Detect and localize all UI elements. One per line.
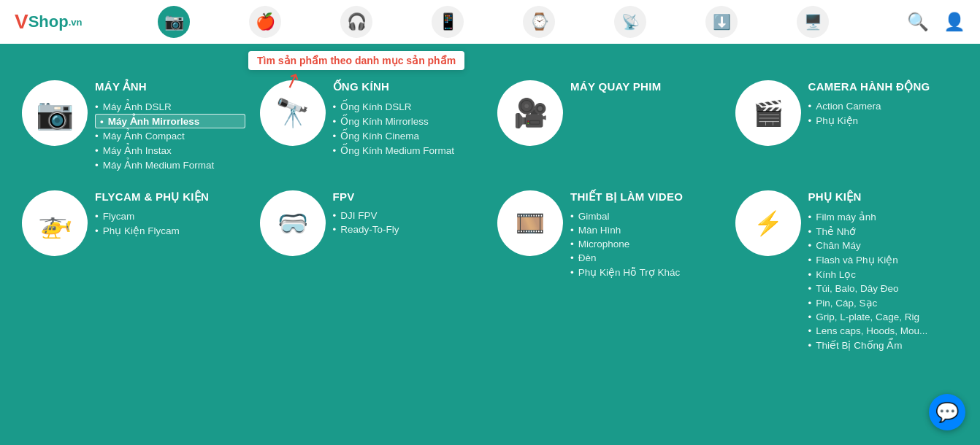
dropdown-area: Tìm sản phẩm theo danh mục sản phẩm ↙ 📷 … [0,44,980,445]
list-item[interactable]: Pin, Cáp, Sạc [808,295,959,310]
nav-item-download[interactable]: ⬇️ [694,2,749,42]
may-quay-image: 🎥 [497,80,563,146]
camera-hanh-dong-content: CAMERA HÀNH ĐỘNG Action Camera Phụ Kiện [808,80,959,128]
category-phu-kien: ⚡ PHỤ KIỆN Film máy ảnh Thẻ Nhớ Chân Máy… [735,190,959,352]
header: VShop.vn 📷 🍎 🎧 📱 ⌚ 📡 ⬇️ 🖥️ 🔍 👤 [0,0,980,44]
ong-kinh-content: ỐNG KÍNH Ống Kính DSLR Ống Kính Mirrorle… [333,80,483,158]
search-button[interactable]: 🔍 [907,12,929,32]
fpv-image: 🥽 [260,190,326,256]
ong-kinh-title: ỐNG KÍNH [333,80,483,93]
list-item[interactable]: Máy Ảnh Medium Format [95,158,245,172]
nav-item-watch[interactable]: ⌚ [512,2,566,42]
download-nav-icon: ⬇️ [705,6,738,38]
logo[interactable]: VShop.vn [15,10,82,34]
watch-nav-icon: ⌚ [523,6,555,38]
nav-item-headphone[interactable]: 🎧 [329,2,383,42]
messenger-button[interactable]: 💬 [929,394,965,430]
camera-hanh-dong-image: 🎬 [735,80,801,146]
list-item[interactable]: Phụ Kiện Flycam [95,223,245,238]
category-flycam: 🚁 FLYCAM & PHỤ KIỆN Flycam Phụ Kiện Flyc… [22,190,245,352]
camera-nav-icon: 📷 [158,6,190,38]
phu-kien-list: Film máy ảnh Thẻ Nhớ Chân Máy Flash và P… [808,209,959,352]
may-quay-content: MÁY QUAY PHIM [570,80,721,98]
fpv-title: FPV [333,190,483,203]
list-item-microphone[interactable]: Microphone [570,237,721,251]
list-item[interactable]: Ống Kính Cinema [333,128,483,143]
nav-item-camera[interactable]: 📷 [147,2,201,42]
list-item[interactable]: Chân Máy [808,239,959,252]
thiet-bi-image: 🎞️ [497,190,563,256]
nav-icons: 📷 🍎 🎧 📱 ⌚ 📡 ⬇️ 🖥️ [129,2,859,42]
logo-shop: Shop [28,12,69,31]
list-item[interactable]: Ready-To-Fly [333,222,483,236]
logo-v: V [15,10,28,34]
list-item[interactable]: Đèn [570,251,721,265]
monitor-nav-icon: 🖥️ [797,6,829,38]
list-item[interactable]: Phụ Kiện Hỗ Trợ Khác [570,265,721,279]
list-item[interactable]: Ống Kính Mirrorless [333,114,483,128]
list-item[interactable]: Lens caps, Hoods, Mou... [808,324,959,338]
list-item[interactable]: Máy Ảnh Instax [95,143,245,158]
list-item[interactable]: Màn Hình [570,223,721,237]
list-item[interactable]: Grip, L-plate, Cage, Rig [808,310,959,324]
list-item[interactable]: Máy Ảnh DSLR [95,99,245,114]
tooltip-box: Tìm sản phẩm theo danh mục sản phẩm [248,51,464,70]
phu-kien-image: ⚡ [735,190,801,256]
category-camera-hanh-dong: 🎬 CAMERA HÀNH ĐỘNG Action Camera Phụ Kiệ… [735,80,959,172]
nav-item-apple[interactable]: 🍎 [238,2,292,42]
phu-kien-title: PHỤ KIỆN [808,190,959,204]
thiet-bi-list: Gimbal Màn Hình Microphone Đèn Phụ Kiện … [570,209,721,279]
may-anh-content: MÁY ẢNH Máy Ảnh DSLR Máy Ảnh Mirrorless … [95,80,245,172]
categories-row-2: 🚁 FLYCAM & PHỤ KIỆN Flycam Phụ Kiện Flyc… [22,190,958,352]
list-item[interactable]: Túi, Balo, Dây Đeo [808,282,959,295]
router-nav-icon: 📡 [614,6,646,38]
ong-kinh-list: Ống Kính DSLR Ống Kính Mirrorless Ống Kí… [333,99,483,158]
header-right: 🔍 👤 [907,12,965,32]
nav-item-router[interactable]: 📡 [603,2,657,42]
thiet-bi-content: THIẾT BỊ LÀM VIDEO Gimbal Màn Hình Micro… [570,190,721,279]
list-item[interactable]: Action Camera [808,99,959,113]
tooltip-text: Tìm sản phẩm theo danh mục sản phẩm [257,55,456,66]
phu-kien-content: PHỤ KIỆN Film máy ảnh Thẻ Nhớ Chân Máy F… [808,190,959,352]
list-item[interactable]: Flycam [95,209,245,223]
may-anh-title: MÁY ẢNH [95,80,245,93]
category-may-quay-phim: 🎥 MÁY QUAY PHIM [497,80,721,172]
headphone-nav-icon: 🎧 [340,6,372,38]
apple-nav-icon: 🍎 [249,6,281,38]
logo-vn: .vn [69,17,83,28]
list-item[interactable]: Phụ Kiện [808,113,959,128]
flycam-list: Flycam Phụ Kiện Flycam [95,209,245,238]
user-button[interactable]: 👤 [943,12,965,32]
category-thiet-bi-lam-video: 🎞️ THIẾT BỊ LÀM VIDEO Gimbal Màn Hình Mi… [497,190,721,352]
list-item[interactable]: Ống Kính DSLR [333,99,483,114]
list-item[interactable]: Thẻ Nhớ [808,224,959,239]
may-anh-image: 📷 [22,80,88,146]
phone-nav-icon: 📱 [432,6,464,38]
fpv-list: DJI FPV Ready-To-Fly [333,209,483,236]
list-item[interactable]: Kính Lọc [808,267,959,282]
camera-hanh-dong-title: CAMERA HÀNH ĐỘNG [808,80,959,93]
list-item[interactable]: Film máy ảnh [808,209,959,224]
messenger-icon: 💬 [935,401,959,424]
categories-row-1: 📷 MÁY ẢNH Máy Ảnh DSLR Máy Ảnh Mirrorles… [22,80,958,172]
fpv-content: FPV DJI FPV Ready-To-Fly [333,190,483,236]
list-item[interactable]: Máy Ảnh Compact [95,128,245,143]
camera-hanh-dong-list: Action Camera Phụ Kiện [808,99,959,128]
list-item[interactable]: DJI FPV [333,209,483,222]
may-quay-title: MÁY QUAY PHIM [570,80,721,93]
flycam-image: 🚁 [22,190,88,256]
thiet-bi-title: THIẾT BỊ LÀM VIDEO [570,190,721,204]
list-item[interactable]: Thiết Bị Chống Ẩm [808,338,959,352]
may-anh-list: Máy Ảnh DSLR Máy Ảnh Mirrorless Máy Ảnh … [95,99,245,172]
nav-item-phone[interactable]: 📱 [421,2,475,42]
list-item[interactable]: Flash và Phụ Kiện [808,252,959,267]
flycam-content: FLYCAM & PHỤ KIỆN Flycam Phụ Kiện Flycam [95,190,245,238]
list-item[interactable]: Ống Kính Medium Format [333,143,483,158]
nav-item-monitor[interactable]: 🖥️ [786,2,840,42]
flycam-title: FLYCAM & PHỤ KIỆN [95,190,245,204]
category-may-anh: 📷 MÁY ẢNH Máy Ảnh DSLR Máy Ảnh Mirrorles… [22,80,245,172]
category-fpv: 🥽 FPV DJI FPV Ready-To-Fly [260,190,483,352]
list-item-mirrorless[interactable]: Máy Ảnh Mirrorless [95,114,245,128]
list-item[interactable]: Gimbal [570,209,721,223]
